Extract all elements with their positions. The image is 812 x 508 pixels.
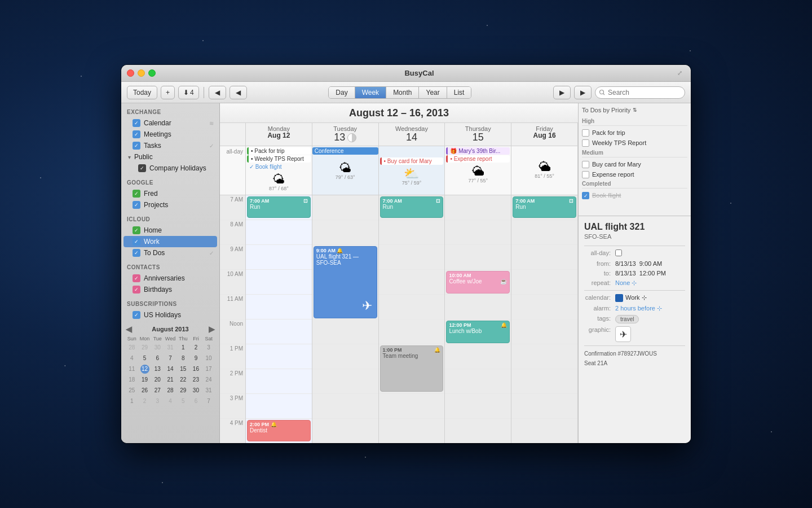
- mini-day[interactable]: 31: [202, 386, 215, 396]
- nav-next-button[interactable]: ▶: [553, 86, 571, 99]
- search-input[interactable]: [595, 86, 685, 99]
- todo-expense[interactable]: Expense report: [582, 169, 687, 179]
- mini-day[interactable]: 27: [151, 386, 164, 396]
- event-lunch-bob[interactable]: 12:00 PM 🔔 Lunch w/Bob: [446, 321, 510, 343]
- todo-pack-trip[interactable]: Pack for trip: [582, 128, 687, 138]
- mini-day[interactable]: 21: [164, 375, 176, 385]
- mini-day[interactable]: 2: [139, 396, 151, 406]
- mini-day[interactable]: 6: [151, 353, 164, 364]
- event-run-monday[interactable]: 7:00 AM ⊡ Run: [247, 196, 311, 218]
- close-button[interactable]: [127, 69, 134, 77]
- mini-day[interactable]: 4: [126, 353, 138, 364]
- sidebar-item-home[interactable]: ✓ Home: [121, 225, 219, 236]
- detail-value-repeat[interactable]: None ⊹: [615, 279, 685, 287]
- sidebar-item-work[interactable]: ✓ Work: [123, 236, 217, 247]
- day-header-tuesday[interactable]: Tuesday 13: [312, 123, 379, 146]
- badge-button[interactable]: ⬇ 4: [178, 86, 199, 99]
- sidebar-item-company-holidays[interactable]: ✓ Company Holidays: [121, 163, 219, 174]
- mini-day[interactable]: 10: [202, 353, 215, 364]
- allday-event-buy-card[interactable]: • Buy card for Mary: [380, 157, 444, 165]
- mini-day[interactable]: 8: [177, 353, 189, 364]
- mini-day[interactable]: 5: [139, 353, 151, 364]
- mini-day[interactable]: 5: [177, 396, 189, 406]
- mini-day[interactable]: 7: [164, 353, 176, 364]
- add-button[interactable]: +: [161, 86, 175, 99]
- mini-day[interactable]: 24: [202, 375, 215, 385]
- time-grid-scroll[interactable]: 7 AM 8 AM 9 AM 10 AM 11 AM Noon 1 PM 2 P…: [220, 195, 578, 443]
- mini-day[interactable]: 3: [202, 343, 215, 353]
- mini-cal-next[interactable]: ▶: [209, 325, 215, 333]
- mini-day[interactable]: 29: [177, 386, 189, 396]
- day-header-wednesday[interactable]: Wednesday 14: [379, 123, 445, 146]
- mini-day[interactable]: 31: [164, 343, 176, 353]
- mini-day[interactable]: 3: [151, 396, 164, 406]
- tab-list[interactable]: List: [447, 87, 471, 98]
- event-dentist[interactable]: 2:00 PM 🔔 Dentist: [247, 420, 311, 441]
- mini-day[interactable]: 28: [126, 343, 138, 353]
- detail-value-alarm[interactable]: 2 hours before ⊹: [615, 305, 685, 312]
- sidebar-item-us-holidays[interactable]: ✓ US Holidays: [121, 309, 219, 321]
- mini-day[interactable]: 2: [190, 343, 202, 353]
- sidebar-item-anniversaries[interactable]: ✓ Anniversaries: [121, 273, 219, 284]
- day-header-friday[interactable]: Friday Aug 16: [511, 123, 578, 146]
- mini-day[interactable]: 9: [190, 353, 202, 364]
- mini-day-today[interactable]: 12: [140, 365, 149, 374]
- allday-event-expense[interactable]: • Expense report: [446, 155, 510, 163]
- mini-day[interactable]: 29: [139, 343, 151, 353]
- sidebar-item-fred[interactable]: ✓ Fred: [121, 188, 219, 199]
- sidebar-item-calendar[interactable]: ✓ Calendar ≋: [121, 117, 219, 129]
- sidebar-item-projects[interactable]: ✓ Projects: [121, 199, 219, 211]
- allday-event-tps[interactable]: • Weekly TPS Report: [247, 155, 311, 163]
- todo-weekly-tps[interactable]: Weekly TPS Report: [582, 138, 687, 148]
- event-run-friday[interactable]: 7:00 AM ⊡ Run: [513, 196, 576, 218]
- allday-event-conference[interactable]: Conference: [312, 147, 378, 155]
- allday-event-birthday[interactable]: 🎁 Mary's 39th Bir...: [446, 147, 510, 155]
- mini-day[interactable]: 6: [190, 396, 202, 406]
- tab-year[interactable]: Year: [419, 87, 447, 98]
- todo-checkbox-flight[interactable]: ✓: [582, 192, 589, 199]
- mini-day[interactable]: 7: [202, 396, 215, 406]
- mini-day[interactable]: 13: [151, 364, 164, 374]
- maximize-button[interactable]: [148, 69, 156, 77]
- todo-checkbox-tps[interactable]: [582, 139, 589, 147]
- mini-day[interactable]: 25: [126, 386, 138, 396]
- sidebar-item-meetings[interactable]: ✓ Meetings: [121, 129, 219, 140]
- nav-prev-button[interactable]: ◀: [230, 86, 247, 99]
- mini-day[interactable]: 1: [126, 396, 138, 406]
- day-header-monday[interactable]: Monday Aug 12: [246, 123, 312, 146]
- mini-day[interactable]: 22: [177, 375, 189, 385]
- todo-checkbox-expense[interactable]: [582, 171, 589, 178]
- sidebar-item-todos[interactable]: ✓ To Dos ✓: [121, 247, 219, 259]
- allday-event-pack-trip[interactable]: • Pack for trip: [247, 147, 311, 155]
- nav-prev-prev-button[interactable]: ◀: [209, 86, 226, 99]
- mini-day[interactable]: 30: [151, 343, 164, 353]
- mini-day[interactable]: 15: [177, 364, 189, 374]
- todo-buy-card[interactable]: Buy card for Mary: [582, 159, 687, 169]
- mini-day[interactable]: 28: [164, 386, 176, 396]
- mini-day[interactable]: 26: [139, 386, 151, 396]
- todo-book-flight[interactable]: ✓ Book flight: [582, 190, 687, 200]
- mini-day[interactable]: 23: [190, 375, 202, 385]
- fullscreen-icon[interactable]: ⤢: [677, 69, 685, 77]
- mini-day[interactable]: 1: [177, 343, 189, 353]
- event-ual-flight[interactable]: 9:00 AM 🔔 UAL flight 321 —SFO-SEA ✈: [314, 246, 377, 318]
- allday-event-book-flight[interactable]: ✓ Book flight: [247, 163, 311, 170]
- day-header-thursday[interactable]: Thursday 15: [445, 123, 511, 146]
- sidebar-item-tasks[interactable]: ✓ Tasks ✓: [121, 140, 219, 151]
- todo-checkbox-pack[interactable]: [582, 129, 589, 137]
- todo-checkbox-card[interactable]: [582, 161, 589, 168]
- mini-day[interactable]: 30: [190, 386, 202, 396]
- mini-day[interactable]: 4: [164, 396, 176, 406]
- mini-day[interactable]: 14: [164, 364, 176, 374]
- tab-day[interactable]: Day: [329, 87, 355, 98]
- tab-week[interactable]: Week: [355, 87, 386, 98]
- tag-travel[interactable]: travel: [615, 315, 639, 323]
- graphic-airplane-icon[interactable]: ✈: [615, 326, 631, 342]
- mini-day[interactable]: 20: [151, 375, 164, 385]
- event-coffee-joe[interactable]: 10:00 AM Coffee w/Joe ☕: [446, 271, 510, 294]
- event-run-wednesday[interactable]: 7:00 AM ⊡ Run: [380, 196, 444, 218]
- minimize-button[interactable]: [138, 69, 145, 77]
- mini-cal-prev[interactable]: ◀: [126, 325, 132, 333]
- mini-day[interactable]: 18: [126, 375, 138, 385]
- mini-day[interactable]: 17: [202, 364, 215, 374]
